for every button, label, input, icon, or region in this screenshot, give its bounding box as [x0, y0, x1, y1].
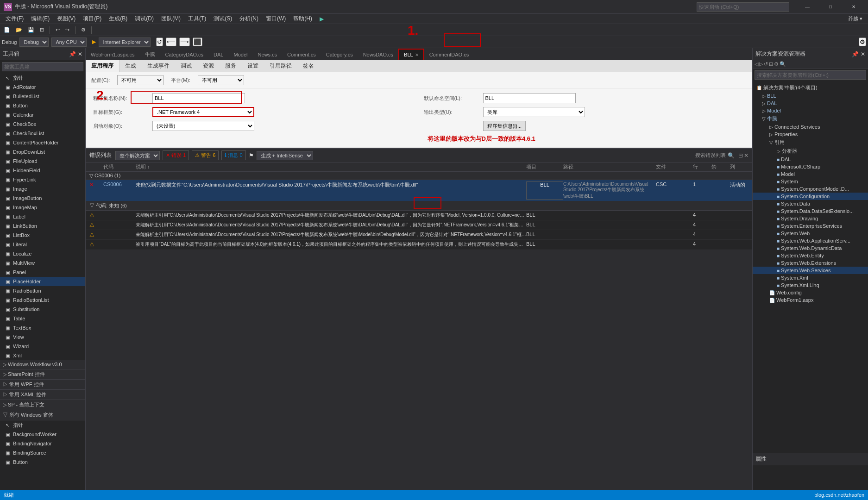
assembly-info-button[interactable]: 程序集信息(I)...	[483, 121, 526, 131]
toolbox-item-pointer2[interactable]: ↖ 指针	[0, 420, 85, 430]
signing-tab[interactable]: 签名	[297, 60, 320, 72]
menu-tools[interactable]: 工具(T)	[184, 14, 210, 24]
tree-ref-sysent[interactable]: ■ System.EnterpriseServices	[753, 222, 868, 230]
sol-props-icon[interactable]: ⚙	[774, 61, 779, 67]
toolbox-item-hyperlink[interactable]: ▣ HyperLink	[0, 175, 85, 184]
tree-ref-syswebent[interactable]: ■ System.Web.Entity	[753, 252, 868, 259]
info-count-badge[interactable]: ℹ 消息 0	[221, 150, 245, 160]
toolbox-item-button[interactable]: ▣ Button	[0, 101, 85, 110]
toolbox-item-pointer[interactable]: ↖ 指针	[0, 73, 85, 82]
toolbox-item-imagemap[interactable]: ▣ ImageMap	[0, 203, 85, 212]
toolbox-item-button2[interactable]: ▣ Button	[0, 457, 85, 467]
toolbox-item-textbox[interactable]: ▣ TextBox	[0, 323, 85, 332]
debug-config-combo[interactable]: Debug	[19, 38, 49, 47]
toolbox-item-checkboxlist[interactable]: ▣ CheckBoxList	[0, 129, 85, 138]
menu-run[interactable]: ▶	[316, 15, 327, 23]
solution-pin-icon[interactable]: 📌	[852, 51, 859, 57]
menu-team[interactable]: 团队(M)	[157, 14, 184, 24]
toolbar-misc[interactable]: ⚙	[79, 26, 88, 34]
toolbar-open[interactable]: 📂	[14, 26, 24, 34]
tree-ref-sysdrawing[interactable]: ■ System.Drawing	[753, 215, 868, 222]
solution-close-icon[interactable]: ✕	[861, 51, 865, 57]
toolbox-item-table[interactable]: ▣ Table	[0, 314, 85, 323]
error-row-cs0006[interactable]: ✕ CS0006 未能找到元数据文件"C:\Users\Administrato…	[86, 180, 752, 201]
toolbox-item-contentplaceholder[interactable]: ▣ ContentPlaceHolder	[0, 138, 85, 147]
tab-webform[interactable]: WebForm1.aspx.cs	[86, 49, 140, 60]
maximize-button[interactable]: □	[820, 0, 841, 14]
toolbox-item-view[interactable]: ▣ View	[0, 332, 85, 342]
tree-ref-syswebdyn[interactable]: ■ System.Web.DynamicData	[753, 244, 868, 252]
toolbox-item-checkbox[interactable]: ▣ CheckBox	[0, 119, 85, 129]
sol-sync-icon[interactable]: ↺	[764, 61, 768, 67]
toolbox-item-literal[interactable]: ▣ Literal	[0, 240, 85, 249]
toolbar-save[interactable]: 💾	[26, 26, 36, 34]
toolbar-redo[interactable]: ↪	[63, 26, 71, 34]
tree-ref-sysdataset[interactable]: ■ System.Data.DataSetExtensio...	[753, 207, 868, 215]
toolbox-search-input[interactable]	[2, 62, 83, 71]
tree-ref-sysconfg[interactable]: ■ System.Configuration	[753, 193, 868, 200]
toolbox-item-radiobutton[interactable]: ▣ RadioButton	[0, 286, 85, 295]
error-count-badge[interactable]: ✕ 错误 1	[163, 150, 189, 160]
error-scope-select[interactable]: 整个解决方案	[115, 151, 160, 160]
tree-niu[interactable]: ▽ 牛騰	[753, 114, 868, 123]
sol-nav-fwd-icon[interactable]: ▷	[759, 61, 763, 67]
menu-view[interactable]: 视图(V)	[53, 14, 79, 24]
warn-row-1[interactable]: ⚠ 未能解析主引用"C:\Users\Administrator\Documen…	[86, 211, 752, 220]
warning-count-badge[interactable]: ⚠ 警告 6	[192, 150, 219, 160]
toolbar-saveall[interactable]: ⊞	[38, 26, 46, 34]
tab-commentdao[interactable]: CommentDAO.cs	[424, 49, 474, 60]
menu-edit[interactable]: 编辑(E)	[27, 14, 53, 24]
toolbar-new[interactable]: 📄	[2, 26, 12, 34]
tree-ref-dal[interactable]: ■ DAL	[753, 156, 868, 163]
tab-comment[interactable]: Comment.cs	[282, 49, 321, 60]
sol-search-icon[interactable]: 🔍	[780, 61, 786, 67]
toolbox-pin-icon[interactable]: 📌	[69, 51, 76, 57]
tab-niu[interactable]: 牛騰	[140, 49, 160, 60]
tree-bll[interactable]: ▷ BLL	[753, 92, 868, 100]
warn-row-2[interactable]: ⚠ 未能解析主引用"C:\Users\Administrator\Documen…	[86, 220, 752, 230]
startup-obj-select[interactable]: (未设置)	[152, 121, 254, 131]
settings-tab[interactable]: 设置	[242, 60, 264, 72]
services-tab[interactable]: 服务	[220, 60, 242, 72]
toolbox-close-icon[interactable]: ✕	[78, 51, 82, 57]
toolbox-section-xaml[interactable]: ▷ 常用 XAML 控件	[0, 390, 85, 400]
tree-refs[interactable]: ▽ 引用	[753, 138, 868, 147]
toolbox-section-wpf[interactable]: ▷ 常用 WPF 控件	[0, 380, 85, 390]
toolbox-item-radiobuttonlist[interactable]: ▣ RadioButtonList	[0, 295, 85, 305]
toolbox-item-image[interactable]: ▣ Image	[0, 184, 85, 194]
toolbox-section-sharepoint[interactable]: ▷ SharePoint 控件	[0, 369, 85, 380]
search-error-icon[interactable]: 🔍	[728, 152, 735, 159]
tree-properties[interactable]: ▷ Properties	[753, 131, 868, 138]
assembly-name-input[interactable]	[152, 93, 245, 103]
build-option-select[interactable]: 生成 + IntelliSense	[257, 151, 313, 160]
tree-ref-syswebapp[interactable]: ■ System.Web.ApplicationServ...	[753, 237, 868, 244]
tree-ref-sysxmllinq[interactable]: ■ System.Xml.Linq	[753, 281, 868, 289]
tree-webconfig[interactable]: 📄 Web.config	[753, 289, 868, 296]
platform-select[interactable]: 不可用	[198, 75, 244, 85]
tree-ref-sysweb[interactable]: ■ System.Web	[753, 230, 868, 237]
tree-ref-syscomponent[interactable]: ■ System.ComponentModel.D...	[753, 185, 868, 193]
toolbox-item-bgworker[interactable]: ▣ BackgroundWorker	[0, 430, 85, 439]
close-button[interactable]: ✕	[843, 0, 864, 14]
warn-row-5[interactable]: ⚠ 被引用项目"Model"的目标为高于此项目的当前目标框架版本(4.0)的框架…	[86, 250, 752, 250]
tab-newsdao[interactable]: NewsDAO.cs	[358, 49, 398, 60]
app-tab[interactable]: 应用程序	[86, 60, 120, 72]
toolbox-item-hiddenfield[interactable]: ▣ HiddenField	[0, 166, 85, 175]
debug-refresh[interactable]: ↺	[156, 38, 163, 46]
tree-ref-model[interactable]: ■ Model	[753, 170, 868, 178]
debug-tab[interactable]: 调试	[175, 60, 197, 72]
toolbox-item-bindingsrc[interactable]: ▣ BindingSource	[0, 448, 85, 457]
tree-solution[interactable]: 📋 解决方案'牛騰'(4个项目)	[753, 83, 868, 92]
toolbox-item-imagebutton[interactable]: ▣ ImageButton	[0, 194, 85, 203]
filter-icon[interactable]: ⚑	[249, 152, 254, 159]
toolbox-item-listbox[interactable]: ▣ ListBox	[0, 231, 85, 240]
sol-nav-back-icon[interactable]: ◁	[755, 61, 758, 67]
target-framework-select[interactable]: .NET Framework 4 .NET Framework 4.6.1	[152, 107, 254, 117]
sol-filter-icon[interactable]: ⊟	[769, 61, 773, 67]
menu-test[interactable]: 测试(S)	[210, 14, 236, 24]
menu-project[interactable]: 项目(P)	[79, 14, 105, 24]
tree-webform[interactable]: 📄 WebForm1.aspx	[753, 296, 868, 304]
config-select[interactable]: 不可用	[117, 75, 164, 85]
tab-bll[interactable]: BLL✕	[398, 49, 424, 60]
toolbox-section-windows[interactable]: ▽ 所有 Windows 窗体	[0, 410, 85, 420]
